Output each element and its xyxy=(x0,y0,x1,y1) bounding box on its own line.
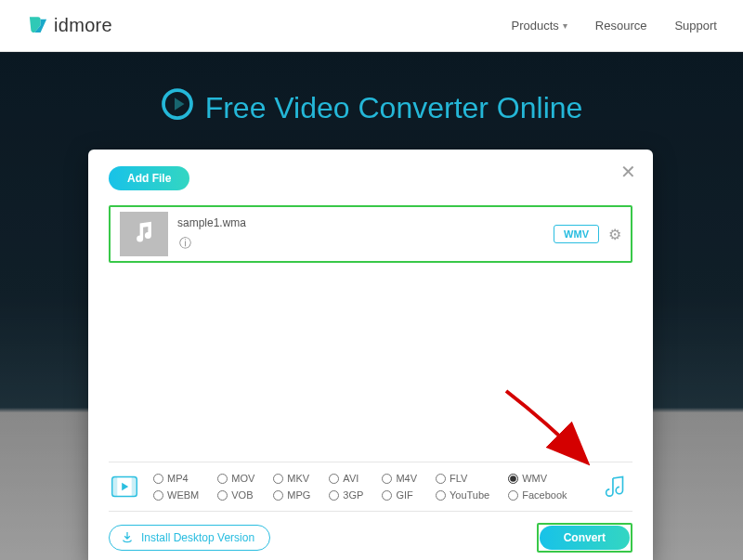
play-circle-icon xyxy=(161,87,194,128)
format-radio[interactable] xyxy=(508,490,518,501)
nav-resource[interactable]: Resource xyxy=(595,19,647,33)
install-desktop-button[interactable]: Install Desktop Version xyxy=(109,525,270,551)
format-radio[interactable] xyxy=(273,474,283,484)
format-option-mov[interactable]: MOV xyxy=(217,473,254,484)
format-option-flv[interactable]: FLV xyxy=(436,473,489,484)
svg-marker-5 xyxy=(122,483,128,490)
add-file-button[interactable]: Add File xyxy=(109,166,189,190)
converter-modal: ✕ Add File sample1.wma ⓘ WMV ⚙ MP4MOVMKV… xyxy=(88,150,653,560)
format-radio[interactable] xyxy=(382,490,392,501)
file-name: sample1.wma xyxy=(177,216,246,229)
format-radio[interactable] xyxy=(436,474,446,484)
format-option-wmv[interactable]: WMV xyxy=(508,473,567,484)
file-meta: sample1.wma ⓘ xyxy=(177,216,246,252)
file-thumbnail xyxy=(120,212,168,256)
hero-title: Free Video Converter Online xyxy=(0,87,743,128)
annotation-arrow xyxy=(497,382,599,474)
gear-icon[interactable]: ⚙ xyxy=(608,226,621,243)
brand-logo[interactable]: idmore xyxy=(26,12,112,40)
format-radio[interactable] xyxy=(273,490,283,501)
svg-rect-3 xyxy=(112,477,118,497)
format-option-youtube[interactable]: YouTube xyxy=(436,489,489,501)
format-option-m4v[interactable]: M4V xyxy=(382,473,417,484)
format-radio[interactable] xyxy=(436,490,446,501)
format-option-avi[interactable]: AVI xyxy=(329,473,363,484)
format-option-facebook[interactable]: Facebook xyxy=(508,489,567,501)
format-option-gif[interactable]: GIF xyxy=(382,489,417,501)
format-radio[interactable] xyxy=(329,474,339,484)
format-option-mp4[interactable]: MP4 xyxy=(153,473,199,484)
video-format-icon[interactable] xyxy=(109,472,140,501)
formats-block: MP4MOVMKVAVIM4VFLVWMVWEBMVOBMPG3GPGIFYou… xyxy=(109,462,632,512)
format-radio[interactable] xyxy=(329,490,339,501)
format-radio[interactable] xyxy=(382,474,392,484)
close-icon[interactable]: ✕ xyxy=(620,163,636,181)
format-radio[interactable] xyxy=(508,474,518,484)
file-row: sample1.wma ⓘ WMV ⚙ xyxy=(109,205,632,263)
svg-marker-1 xyxy=(175,98,185,111)
format-radio[interactable] xyxy=(153,474,163,484)
app-header: idmore Products ▾ Resource Support xyxy=(0,0,743,52)
format-option-webm[interactable]: WEBM xyxy=(153,489,199,501)
format-radio-group: MP4MOVMKVAVIM4VFLVWMVWEBMVOBMPG3GPGIFYou… xyxy=(153,473,567,501)
hero-backdrop: Free Video Converter Online ✕ Add File s… xyxy=(0,52,743,560)
file-format-badge[interactable]: WMV xyxy=(554,225,599,243)
brand-name: idmore xyxy=(54,15,112,36)
modal-footer: Install Desktop Version Convert xyxy=(109,523,632,553)
nav-products[interactable]: Products ▾ xyxy=(512,19,567,33)
svg-rect-4 xyxy=(132,477,137,497)
format-radio[interactable] xyxy=(217,490,228,501)
chevron-down-icon: ▾ xyxy=(563,20,567,31)
format-radio[interactable] xyxy=(153,490,163,501)
info-icon[interactable]: ⓘ xyxy=(179,235,246,252)
convert-button[interactable]: Convert xyxy=(540,526,630,550)
audio-format-icon[interactable] xyxy=(601,472,632,501)
format-option-vob[interactable]: VOB xyxy=(217,489,254,501)
music-note-icon xyxy=(131,219,157,249)
download-icon xyxy=(121,530,134,546)
top-nav: Products ▾ Resource Support xyxy=(512,19,718,33)
logo-mark-icon xyxy=(26,12,50,40)
format-option-mpg[interactable]: MPG xyxy=(273,489,310,501)
nav-support[interactable]: Support xyxy=(674,19,717,33)
format-option-mkv[interactable]: MKV xyxy=(273,473,310,484)
format-option-3gp[interactable]: 3GP xyxy=(329,489,363,501)
convert-highlight: Convert xyxy=(537,523,632,553)
format-radio[interactable] xyxy=(217,474,228,484)
